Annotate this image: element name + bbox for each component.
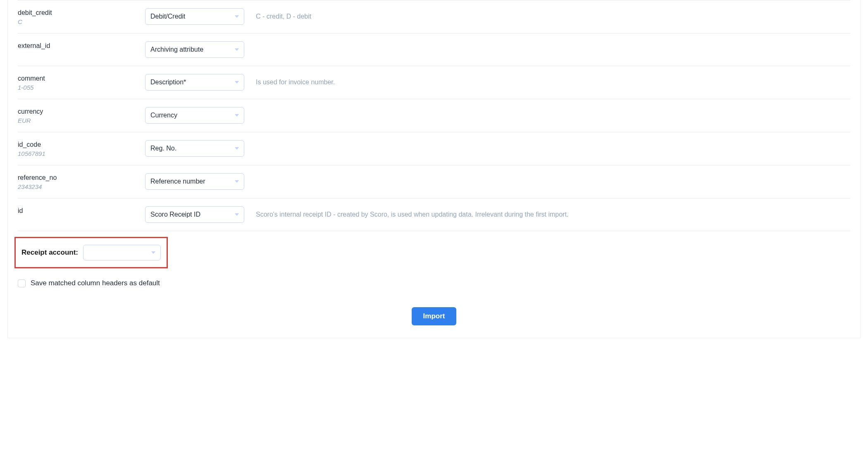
select-debit-credit[interactable]: Debit/Credit [145, 8, 244, 25]
select-value: Reference number [150, 178, 205, 185]
import-button[interactable]: Import [412, 307, 457, 325]
chevron-down-icon [235, 48, 239, 51]
select-value: Currency [150, 112, 177, 119]
mapping-rows: debit_credit C Debit/Credit C - credit, … [18, 0, 850, 231]
select-receipt-account[interactable] [83, 245, 161, 260]
field-label: debit_credit [18, 9, 134, 17]
row-external-id: external_id Archiving attribute [18, 33, 850, 66]
field-label: comment [18, 75, 134, 82]
field-hint: C - credit, D - debit [256, 8, 850, 21]
select-value: Archiving attribute [150, 46, 203, 53]
field-sample: C [18, 18, 134, 25]
select-value: Reg. No. [150, 145, 176, 152]
row-comment: comment 1-055 Description* Is used for i… [18, 66, 850, 99]
field-label: currency [18, 108, 134, 115]
save-default-label: Save matched column headers as default [31, 279, 160, 287]
chevron-down-icon [235, 147, 239, 150]
mapping-panel: debit_credit C Debit/Credit C - credit, … [7, 0, 861, 338]
receipt-account-label: Receipt account: [21, 248, 78, 257]
chevron-down-icon [235, 15, 239, 18]
row-currency: currency EUR Currency [18, 99, 850, 132]
field-hint: Scoro's internal receipt ID - created by… [256, 206, 850, 220]
select-value: Scoro Receipt ID [150, 211, 200, 218]
field-sample: 2343234 [18, 183, 134, 190]
field-sample: EUR [18, 117, 134, 124]
field-label: external_id [18, 42, 134, 50]
row-id: id Scoro Receipt ID Scoro's internal rec… [18, 198, 850, 231]
row-reference-no: reference_no 2343234 Reference number [18, 165, 850, 198]
row-debit-credit: debit_credit C Debit/Credit C - credit, … [18, 0, 850, 33]
select-value: Description* [150, 79, 186, 86]
select-value: Debit/Credit [150, 13, 185, 20]
select-id-code[interactable]: Reg. No. [145, 140, 244, 157]
field-hint [256, 107, 850, 110]
chevron-down-icon [235, 81, 239, 84]
field-hint [256, 140, 850, 143]
field-label: id_code [18, 141, 134, 148]
select-external-id[interactable]: Archiving attribute [145, 41, 244, 58]
row-id-code: id_code 10567891 Reg. No. [18, 132, 850, 165]
select-id[interactable]: Scoro Receipt ID [145, 206, 244, 223]
field-label: id [18, 207, 134, 215]
field-hint: Is used for invoice number. [256, 74, 850, 87]
save-default-checkbox[interactable] [18, 279, 26, 287]
select-comment[interactable]: Description* [145, 74, 244, 91]
chevron-down-icon [151, 251, 155, 254]
save-default-row: Save matched column headers as default [18, 279, 850, 287]
receipt-account-highlight: Receipt account: [14, 237, 168, 268]
field-sample: 10567891 [18, 150, 134, 157]
chevron-down-icon [235, 114, 239, 117]
chevron-down-icon [235, 213, 239, 216]
chevron-down-icon [235, 180, 239, 183]
field-sample: 1-055 [18, 84, 134, 91]
button-row: Import [18, 307, 850, 325]
field-label: reference_no [18, 174, 134, 181]
select-reference-no[interactable]: Reference number [145, 173, 244, 190]
field-hint [256, 41, 850, 45]
field-hint [256, 173, 850, 177]
select-currency[interactable]: Currency [145, 107, 244, 124]
